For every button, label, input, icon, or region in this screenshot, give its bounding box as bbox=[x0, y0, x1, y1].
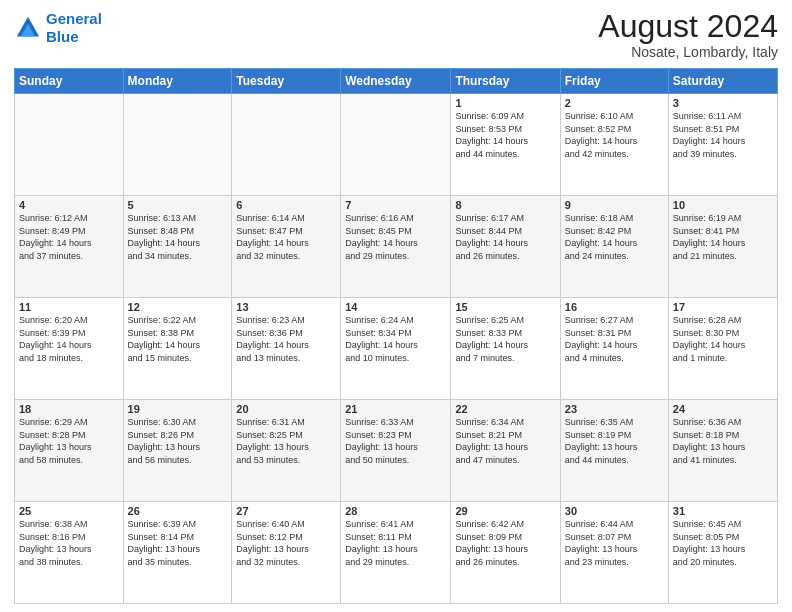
calendar-cell: 20Sunrise: 6:31 AM Sunset: 8:25 PM Dayli… bbox=[232, 400, 341, 502]
day-info: Sunrise: 6:23 AM Sunset: 8:36 PM Dayligh… bbox=[236, 314, 336, 364]
calendar-cell: 28Sunrise: 6:41 AM Sunset: 8:11 PM Dayli… bbox=[341, 502, 451, 604]
calendar-cell: 21Sunrise: 6:33 AM Sunset: 8:23 PM Dayli… bbox=[341, 400, 451, 502]
weekday-header-friday: Friday bbox=[560, 69, 668, 94]
day-info: Sunrise: 6:10 AM Sunset: 8:52 PM Dayligh… bbox=[565, 110, 664, 160]
week-row-5: 25Sunrise: 6:38 AM Sunset: 8:16 PM Dayli… bbox=[15, 502, 778, 604]
day-number: 14 bbox=[345, 301, 446, 313]
weekday-header-saturday: Saturday bbox=[668, 69, 777, 94]
weekday-header-wednesday: Wednesday bbox=[341, 69, 451, 94]
week-row-2: 4Sunrise: 6:12 AM Sunset: 8:49 PM Daylig… bbox=[15, 196, 778, 298]
calendar-cell: 22Sunrise: 6:34 AM Sunset: 8:21 PM Dayli… bbox=[451, 400, 560, 502]
calendar-cell: 13Sunrise: 6:23 AM Sunset: 8:36 PM Dayli… bbox=[232, 298, 341, 400]
calendar-cell: 30Sunrise: 6:44 AM Sunset: 8:07 PM Dayli… bbox=[560, 502, 668, 604]
day-number: 26 bbox=[128, 505, 228, 517]
calendar-cell bbox=[232, 94, 341, 196]
calendar-cell: 16Sunrise: 6:27 AM Sunset: 8:31 PM Dayli… bbox=[560, 298, 668, 400]
calendar-cell: 11Sunrise: 6:20 AM Sunset: 8:39 PM Dayli… bbox=[15, 298, 124, 400]
calendar-cell: 4Sunrise: 6:12 AM Sunset: 8:49 PM Daylig… bbox=[15, 196, 124, 298]
day-number: 9 bbox=[565, 199, 664, 211]
week-row-3: 11Sunrise: 6:20 AM Sunset: 8:39 PM Dayli… bbox=[15, 298, 778, 400]
calendar-cell: 10Sunrise: 6:19 AM Sunset: 8:41 PM Dayli… bbox=[668, 196, 777, 298]
day-number: 10 bbox=[673, 199, 773, 211]
day-number: 13 bbox=[236, 301, 336, 313]
logo-text: General Blue bbox=[46, 10, 102, 46]
calendar-subtitle: Nosate, Lombardy, Italy bbox=[598, 44, 778, 60]
day-info: Sunrise: 6:18 AM Sunset: 8:42 PM Dayligh… bbox=[565, 212, 664, 262]
day-number: 4 bbox=[19, 199, 119, 211]
day-number: 16 bbox=[565, 301, 664, 313]
day-info: Sunrise: 6:17 AM Sunset: 8:44 PM Dayligh… bbox=[455, 212, 555, 262]
day-number: 7 bbox=[345, 199, 446, 211]
day-info: Sunrise: 6:09 AM Sunset: 8:53 PM Dayligh… bbox=[455, 110, 555, 160]
title-block: August 2024 Nosate, Lombardy, Italy bbox=[598, 10, 778, 60]
day-info: Sunrise: 6:13 AM Sunset: 8:48 PM Dayligh… bbox=[128, 212, 228, 262]
day-number: 28 bbox=[345, 505, 446, 517]
weekday-header-row: SundayMondayTuesdayWednesdayThursdayFrid… bbox=[15, 69, 778, 94]
page: General Blue August 2024 Nosate, Lombard… bbox=[0, 0, 792, 612]
day-number: 15 bbox=[455, 301, 555, 313]
logo-line2: Blue bbox=[46, 28, 79, 45]
day-number: 2 bbox=[565, 97, 664, 109]
logo-icon bbox=[14, 14, 42, 42]
day-info: Sunrise: 6:30 AM Sunset: 8:26 PM Dayligh… bbox=[128, 416, 228, 466]
calendar-cell: 19Sunrise: 6:30 AM Sunset: 8:26 PM Dayli… bbox=[123, 400, 232, 502]
calendar-cell: 8Sunrise: 6:17 AM Sunset: 8:44 PM Daylig… bbox=[451, 196, 560, 298]
day-number: 27 bbox=[236, 505, 336, 517]
day-number: 1 bbox=[455, 97, 555, 109]
day-info: Sunrise: 6:19 AM Sunset: 8:41 PM Dayligh… bbox=[673, 212, 773, 262]
day-number: 29 bbox=[455, 505, 555, 517]
calendar-cell bbox=[341, 94, 451, 196]
header: General Blue August 2024 Nosate, Lombard… bbox=[14, 10, 778, 60]
day-info: Sunrise: 6:44 AM Sunset: 8:07 PM Dayligh… bbox=[565, 518, 664, 568]
day-number: 30 bbox=[565, 505, 664, 517]
day-number: 5 bbox=[128, 199, 228, 211]
day-number: 18 bbox=[19, 403, 119, 415]
calendar-cell: 12Sunrise: 6:22 AM Sunset: 8:38 PM Dayli… bbox=[123, 298, 232, 400]
day-number: 8 bbox=[455, 199, 555, 211]
day-info: Sunrise: 6:14 AM Sunset: 8:47 PM Dayligh… bbox=[236, 212, 336, 262]
calendar-table: SundayMondayTuesdayWednesdayThursdayFrid… bbox=[14, 68, 778, 604]
day-info: Sunrise: 6:20 AM Sunset: 8:39 PM Dayligh… bbox=[19, 314, 119, 364]
day-info: Sunrise: 6:16 AM Sunset: 8:45 PM Dayligh… bbox=[345, 212, 446, 262]
day-info: Sunrise: 6:35 AM Sunset: 8:19 PM Dayligh… bbox=[565, 416, 664, 466]
calendar-cell: 2Sunrise: 6:10 AM Sunset: 8:52 PM Daylig… bbox=[560, 94, 668, 196]
calendar-cell: 9Sunrise: 6:18 AM Sunset: 8:42 PM Daylig… bbox=[560, 196, 668, 298]
calendar-cell bbox=[123, 94, 232, 196]
day-number: 19 bbox=[128, 403, 228, 415]
calendar-cell: 3Sunrise: 6:11 AM Sunset: 8:51 PM Daylig… bbox=[668, 94, 777, 196]
day-number: 3 bbox=[673, 97, 773, 109]
day-info: Sunrise: 6:27 AM Sunset: 8:31 PM Dayligh… bbox=[565, 314, 664, 364]
day-number: 31 bbox=[673, 505, 773, 517]
day-info: Sunrise: 6:11 AM Sunset: 8:51 PM Dayligh… bbox=[673, 110, 773, 160]
calendar-cell: 25Sunrise: 6:38 AM Sunset: 8:16 PM Dayli… bbox=[15, 502, 124, 604]
calendar-cell: 23Sunrise: 6:35 AM Sunset: 8:19 PM Dayli… bbox=[560, 400, 668, 502]
weekday-header-monday: Monday bbox=[123, 69, 232, 94]
calendar-cell: 26Sunrise: 6:39 AM Sunset: 8:14 PM Dayli… bbox=[123, 502, 232, 604]
day-number: 6 bbox=[236, 199, 336, 211]
day-info: Sunrise: 6:28 AM Sunset: 8:30 PM Dayligh… bbox=[673, 314, 773, 364]
calendar-cell: 17Sunrise: 6:28 AM Sunset: 8:30 PM Dayli… bbox=[668, 298, 777, 400]
calendar-cell: 27Sunrise: 6:40 AM Sunset: 8:12 PM Dayli… bbox=[232, 502, 341, 604]
calendar-cell: 7Sunrise: 6:16 AM Sunset: 8:45 PM Daylig… bbox=[341, 196, 451, 298]
calendar-cell: 31Sunrise: 6:45 AM Sunset: 8:05 PM Dayli… bbox=[668, 502, 777, 604]
day-info: Sunrise: 6:22 AM Sunset: 8:38 PM Dayligh… bbox=[128, 314, 228, 364]
day-info: Sunrise: 6:12 AM Sunset: 8:49 PM Dayligh… bbox=[19, 212, 119, 262]
weekday-header-tuesday: Tuesday bbox=[232, 69, 341, 94]
weekday-header-sunday: Sunday bbox=[15, 69, 124, 94]
calendar-cell: 14Sunrise: 6:24 AM Sunset: 8:34 PM Dayli… bbox=[341, 298, 451, 400]
weekday-header-thursday: Thursday bbox=[451, 69, 560, 94]
day-number: 12 bbox=[128, 301, 228, 313]
day-info: Sunrise: 6:29 AM Sunset: 8:28 PM Dayligh… bbox=[19, 416, 119, 466]
day-info: Sunrise: 6:42 AM Sunset: 8:09 PM Dayligh… bbox=[455, 518, 555, 568]
day-number: 25 bbox=[19, 505, 119, 517]
calendar-cell: 6Sunrise: 6:14 AM Sunset: 8:47 PM Daylig… bbox=[232, 196, 341, 298]
day-info: Sunrise: 6:39 AM Sunset: 8:14 PM Dayligh… bbox=[128, 518, 228, 568]
day-info: Sunrise: 6:33 AM Sunset: 8:23 PM Dayligh… bbox=[345, 416, 446, 466]
day-info: Sunrise: 6:36 AM Sunset: 8:18 PM Dayligh… bbox=[673, 416, 773, 466]
day-number: 23 bbox=[565, 403, 664, 415]
calendar-cell: 24Sunrise: 6:36 AM Sunset: 8:18 PM Dayli… bbox=[668, 400, 777, 502]
calendar-cell: 15Sunrise: 6:25 AM Sunset: 8:33 PM Dayli… bbox=[451, 298, 560, 400]
calendar-cell: 29Sunrise: 6:42 AM Sunset: 8:09 PM Dayli… bbox=[451, 502, 560, 604]
calendar-cell: 5Sunrise: 6:13 AM Sunset: 8:48 PM Daylig… bbox=[123, 196, 232, 298]
logo-line1: General bbox=[46, 10, 102, 27]
